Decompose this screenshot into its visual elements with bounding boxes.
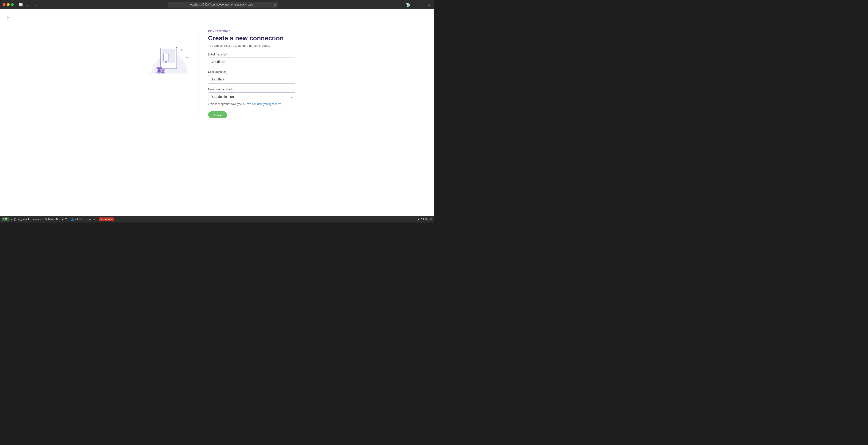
svg-point-8: [161, 69, 165, 71]
flow-type-help: ℹ Wondering what flow type is? We can he…: [208, 102, 295, 106]
maximize-window-button[interactable]: [11, 3, 14, 6]
svg-point-6: [156, 67, 162, 69]
errors-badge[interactable]: ≡ 1 errors: [99, 218, 114, 221]
user-text: admin: [75, 218, 82, 221]
status-errors-item: ≡ 1 errors: [97, 216, 116, 222]
connection-illustration: + +: [144, 37, 194, 78]
status-ms-left: n/a ms: [31, 216, 43, 222]
svg-text:+: +: [151, 52, 153, 56]
status-right: ✦ 5.4.40 ✕: [417, 218, 432, 221]
forward-button[interactable]: ›: [38, 2, 42, 7]
flow-type-form-group: Flow type (required) Data destination Da…: [208, 88, 295, 106]
help-link[interactable]: We can help you right here!: [247, 102, 281, 106]
flow-type-select[interactable]: Data destination Data source Export Impo…: [208, 92, 295, 101]
code-input[interactable]: [208, 75, 295, 84]
browser-titlebar: ⬜ ⌄ ‹ › localhost:8080/#/connect/connect…: [0, 0, 434, 9]
status-queries: ⊞ 26: [60, 216, 69, 222]
browser-window: ⬜ ⌄ ‹ › localhost:8080/#/connect/connect…: [0, 0, 434, 222]
oro-logo-icon: ✦: [417, 218, 420, 221]
memory-text: 14.0 MiB: [48, 218, 58, 221]
status-ms-right: ↓ n/a ms: [84, 216, 97, 222]
version-info: ✦ 5.4.40: [417, 218, 428, 221]
status-user: 👤 admin: [69, 216, 84, 222]
status-org: ↗ @ oro_default: [9, 216, 31, 222]
page-subtitle: You can connect up to 50 third-parties o…: [208, 44, 295, 47]
download-icon: ↓: [86, 218, 87, 221]
status-close-button[interactable]: ✕: [429, 218, 432, 221]
close-window-button[interactable]: [3, 3, 5, 6]
svg-point-13: [153, 64, 154, 65]
browser-content: ✕: [0, 9, 434, 216]
page-close-button[interactable]: ✕: [6, 15, 10, 20]
traffic-lights: [3, 3, 14, 6]
tab-list-button[interactable]: ⧉: [426, 2, 431, 7]
sidebar-toggle-button[interactable]: ⬜: [18, 2, 24, 7]
nav-buttons: ‹ ›: [33, 2, 42, 7]
help-text-prefix: Wondering what flow type is?: [211, 102, 246, 106]
address-bar-container: localhost:8080/#/connect/connection-sett…: [44, 2, 403, 7]
svg-rect-3: [164, 54, 169, 61]
code-form-group: Code (required): [208, 70, 295, 84]
label-form-group: Label (required): [208, 53, 295, 66]
new-tab-button[interactable]: +: [420, 2, 424, 7]
svg-point-12: [181, 49, 182, 51]
list-icon: ≡: [101, 218, 102, 221]
save-button[interactable]: SAVE: [208, 112, 227, 118]
queries-icon: ⊞: [61, 218, 63, 221]
status-bar: 200 ↗ @ oro_default n/a ms ⚙ 14.0 MiB ⊞ …: [0, 216, 434, 222]
code-field-label: Code (required): [208, 70, 295, 73]
address-bar[interactable]: localhost:8080/#/connect/connection-sett…: [168, 2, 278, 7]
minimize-window-button[interactable]: [7, 3, 10, 6]
tab-dropdown-button[interactable]: ⌄: [25, 2, 30, 7]
info-icon: ℹ: [208, 102, 209, 106]
org-text: @ oro_default: [13, 218, 29, 221]
svg-text:+: +: [186, 56, 188, 59]
illustration-area: + +: [139, 28, 198, 78]
status-memory: ⚙ 14.0 MiB: [43, 216, 60, 222]
titlebar-right-controls: 📡 ↑ + ⧉: [404, 2, 431, 7]
cast-icon[interactable]: 📡: [404, 2, 412, 7]
memory-icon: ⚙: [44, 218, 47, 221]
section-label: CONNECTIONS: [208, 30, 295, 33]
back-button[interactable]: ‹: [33, 2, 37, 7]
reload-icon[interactable]: ↺: [274, 3, 276, 6]
flow-type-select-wrapper: Data destination Data source Export Impo…: [208, 92, 295, 101]
version-text: 5.4.40: [421, 218, 428, 221]
share-button[interactable]: ↑: [413, 2, 418, 7]
user-icon: 👤: [71, 218, 74, 221]
label-field-label: Label (required): [208, 53, 295, 56]
errors-text: 1 errors: [103, 218, 112, 221]
ms-right-text: n/a ms: [88, 218, 95, 221]
page-title: Create a new connection: [208, 34, 295, 42]
queries-text: 26: [64, 218, 67, 221]
flow-type-label: Flow type (required): [208, 88, 295, 91]
titlebar-controls: ⬜ ⌄: [18, 2, 30, 7]
form-area: CONNECTIONS Create a new connection You …: [199, 28, 295, 118]
url-text: localhost:8080/#/connect/connection-sett…: [170, 3, 272, 6]
arrow-icon: ↗: [10, 218, 12, 221]
page-body: ✕: [0, 9, 434, 216]
label-input[interactable]: [208, 58, 295, 66]
main-content: + + CONNECTIONS Create a new connection …: [0, 9, 434, 216]
http-status-badge: 200: [2, 218, 9, 221]
